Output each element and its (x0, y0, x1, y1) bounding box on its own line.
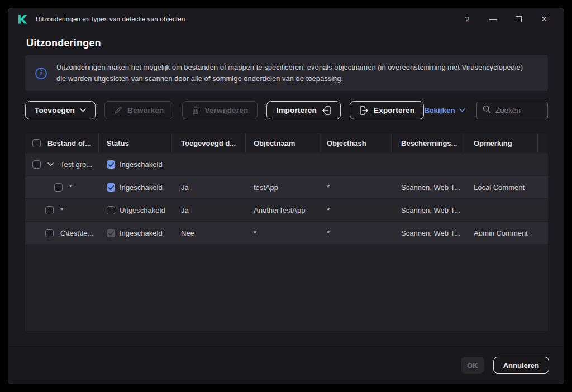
info-banner: i Uitzonderingen maken het mogelijk om b… (25, 55, 548, 91)
pencil-icon (114, 106, 122, 114)
add-button-label: Toevoegen (35, 106, 75, 114)
table-header: Bestand of... Status Toegevoegd d... Obj… (25, 133, 548, 152)
row-checkbox[interactable] (45, 229, 54, 237)
column-header-protection[interactable]: Beschermings... (392, 133, 463, 152)
trash-icon (192, 106, 199, 114)
chevron-down-icon (459, 108, 465, 112)
table-row[interactable]: * Ingeschakeld Ja testApp * Scannen, Web… (25, 176, 548, 198)
info-icon: i (35, 68, 47, 79)
file-cell: C\test\te... (60, 229, 93, 237)
export-button[interactable]: Exporteren (350, 101, 424, 119)
protection-cell: Scannen, Web T... (392, 199, 463, 221)
row-checkbox[interactable] (32, 160, 41, 169)
status-label: Ingeschakeld (120, 160, 163, 169)
export-icon (359, 106, 369, 115)
status-checkbox[interactable] (107, 160, 115, 169)
column-header-comment[interactable]: Opmerking (463, 133, 538, 152)
comment-cell: Local Comment (463, 176, 538, 198)
import-button[interactable]: Importeren (266, 101, 341, 119)
select-all-checkbox[interactable] (32, 139, 41, 147)
status-label: Uitgeschakeld (120, 206, 165, 214)
status-checkbox[interactable] (107, 183, 115, 192)
added-cell: Ja (172, 199, 246, 221)
chevron-down-icon (80, 108, 86, 112)
add-button[interactable]: Toevoegen (25, 101, 96, 119)
status-label: Ingeschakeld (120, 229, 163, 237)
table-row-group[interactable]: Test gro... Ingeschakeld (25, 154, 548, 175)
page-title: Uitzonderingen (26, 37, 564, 49)
table-row[interactable]: C\test\te... Ingeschakeld Nee * * Scanne… (25, 222, 548, 244)
objecthash-cell: * (318, 176, 392, 198)
status-checkbox[interactable] (107, 206, 115, 214)
column-header-label: Bestand of... (47, 139, 91, 147)
column-header-objectname[interactable]: Objectnaam (246, 133, 318, 152)
added-cell: Nee (172, 222, 246, 244)
file-cell: * (69, 183, 72, 192)
comment-cell (463, 199, 538, 221)
search-input[interactable] (495, 106, 542, 114)
ok-button[interactable]: OK (461, 357, 484, 374)
added-cell: Ja (172, 176, 246, 198)
objecthash-cell: * (318, 199, 392, 221)
objectname-cell: AnotherTestApp (246, 199, 318, 221)
app-window: Uitzonderingen en types van detectie van… (8, 8, 564, 384)
protection-cell: Scannen, Web T... (392, 176, 463, 198)
delete-button-label: Verwijderen (204, 106, 248, 114)
kaspersky-logo-icon (17, 14, 28, 25)
help-button[interactable]: ? (454, 8, 480, 30)
comment-cell: Admin Comment (463, 222, 538, 244)
file-cell: * (60, 206, 63, 214)
view-dropdown-label: Bekijken (424, 106, 455, 114)
objecthash-cell: * (318, 222, 392, 244)
import-button-label: Importeren (276, 106, 317, 114)
minimize-button[interactable] (480, 8, 506, 30)
minimize-icon (489, 19, 497, 20)
column-header-added[interactable]: Toegevoegd d... (172, 133, 246, 152)
maximize-button[interactable] (506, 8, 531, 30)
close-button[interactable]: ✕ (531, 8, 557, 30)
objectname-cell: * (246, 222, 318, 244)
protection-cell: Scannen, Web T... (392, 222, 463, 244)
column-header-file[interactable]: Bestand of... (25, 133, 99, 152)
footer-bar: OK Annuleren (8, 346, 564, 384)
window-controls: ? ✕ (454, 8, 564, 30)
objectname-cell: testApp (246, 176, 318, 198)
status-checkbox-disabled (107, 229, 115, 237)
import-icon (322, 106, 331, 115)
chevron-down-icon[interactable] (47, 162, 54, 166)
column-header-status[interactable]: Status (99, 133, 172, 152)
exclusions-table: Bestand of... Status Toegevoegd d... Obj… (25, 133, 548, 331)
row-checkbox[interactable] (45, 206, 54, 214)
search-box[interactable] (476, 102, 548, 119)
window-title: Uitzonderingen en types van detectie van… (36, 16, 185, 22)
export-button-label: Exporteren (374, 106, 414, 114)
edit-button[interactable]: Bewerken (104, 101, 173, 119)
view-dropdown[interactable]: Bekijken (424, 106, 465, 114)
group-name: Test gro... (60, 160, 92, 169)
table-row[interactable]: * Uitgeschakeld Ja AnotherTestApp * Scan… (25, 199, 548, 221)
title-bar: Uitzonderingen en types van detectie van… (8, 8, 564, 30)
column-header-spacer (538, 133, 548, 152)
cancel-button[interactable]: Annuleren (493, 357, 549, 374)
edit-button-label: Bewerken (127, 106, 164, 114)
delete-button[interactable]: Verwijderen (182, 101, 258, 119)
search-icon (483, 105, 491, 116)
toolbar: Toevoegen Bewerken Verwijderen Importere… (25, 101, 548, 119)
info-banner-text: Uitzonderingen maken het mogelijk om bes… (56, 62, 548, 84)
row-checkbox[interactable] (54, 183, 63, 192)
column-header-objecthash[interactable]: Objecthash (318, 133, 392, 152)
maximize-icon (516, 16, 522, 22)
status-label: Ingeschakeld (120, 183, 163, 192)
